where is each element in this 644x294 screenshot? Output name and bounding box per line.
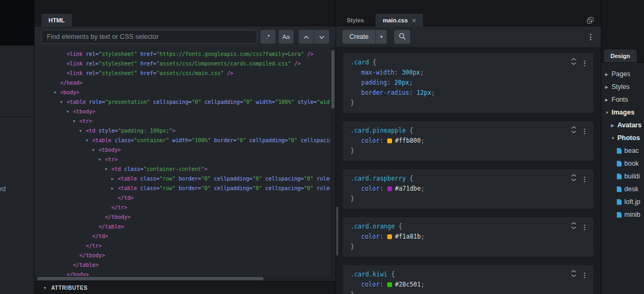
collapse-icon[interactable]: ▼: [73, 117, 79, 126]
close-icon[interactable]: ×: [412, 17, 417, 24]
tab-styles[interactable]: Styles: [339, 14, 371, 27]
expand-icon[interactable]: ▶: [605, 85, 612, 89]
tree-item-fonts[interactable]: ▶Fonts: [601, 93, 644, 106]
code-line[interactable]: ▼<tr>: [41, 155, 330, 165]
collapse-icon[interactable]: ▼: [611, 136, 617, 141]
code-line[interactable]: </tr>: [41, 203, 330, 213]
expand-icon[interactable]: ▶: [611, 123, 617, 128]
code-line[interactable]: </td>: [41, 232, 330, 241]
collapse-icon[interactable]: ▼: [92, 145, 99, 155]
code-line[interactable]: <link rel="stylesheet" href="assets/css/…: [41, 69, 330, 78]
code-horizontal-scrollbar[interactable]: [35, 276, 330, 281]
code-vertical-scrollbar[interactable]: [330, 47, 336, 281]
create-button[interactable]: Create: [343, 30, 376, 44]
match-case-button[interactable]: Aa: [279, 30, 294, 44]
tree-item-minib[interactable]: minib: [601, 208, 644, 221]
tab-main-css[interactable]: main.css ×: [376, 14, 423, 27]
reorder-icon[interactable]: [571, 58, 576, 68]
tree-item-book[interactable]: book: [601, 157, 644, 170]
regex-toggle-button[interactable]: .*: [260, 30, 275, 44]
css-rule-card[interactable]: .card.kiwi {color: #28c501;}⋮: [343, 265, 593, 294]
collapse-icon[interactable]: ▼: [79, 126, 86, 136]
property-value: 300px: [402, 69, 420, 76]
code-line[interactable]: <link rel="stylesheet" href="assets/css/…: [41, 59, 330, 69]
tree-item-images[interactable]: ▼Images: [601, 106, 644, 119]
expand-icon[interactable]: ▶: [111, 184, 118, 193]
code-line[interactable]: ▼<tbody>: [41, 145, 330, 155]
code-line[interactable]: ▼<table class="container" width="100%" b…: [41, 136, 330, 145]
expand-icon[interactable]: ▶: [605, 97, 612, 102]
attributes-section-header[interactable]: ▼ ATTRIBUTES: [35, 281, 336, 294]
code-line[interactable]: ▼<table role="presentation" cellspacing=…: [41, 97, 330, 107]
tree-item-buildi[interactable]: buildi: [601, 170, 644, 183]
code-line[interactable]: </tr>: [41, 241, 330, 251]
tree-item-beac[interactable]: beac: [601, 144, 644, 157]
tree-item-photos[interactable]: ▼Photos: [601, 132, 644, 144]
code-token: <table: [118, 174, 137, 184]
code-token: "0": [252, 184, 262, 193]
collapse-icon[interactable]: ▼: [99, 155, 105, 165]
reorder-icon[interactable]: [571, 174, 576, 184]
tab-html[interactable]: HTML: [42, 14, 72, 27]
find-next-button[interactable]: [314, 30, 329, 44]
collapse-icon[interactable]: ▼: [105, 165, 111, 174]
color-swatch[interactable]: [387, 234, 392, 239]
code-line[interactable]: ▼<tbody>: [41, 107, 330, 117]
code-line[interactable]: </head>: [41, 78, 330, 88]
search-styles-button[interactable]: [394, 30, 410, 44]
attributes-collapse-icon[interactable]: ▼: [43, 286, 47, 290]
code-line[interactable]: ▼<body>: [41, 88, 330, 97]
collapse-icon[interactable]: ▼: [67, 107, 73, 117]
tree-item-avatars[interactable]: ▶Avatars: [601, 119, 644, 132]
rule-menu-button[interactable]: ⋮: [581, 272, 588, 279]
tree-item-styles[interactable]: ▶Styles: [601, 80, 644, 93]
color-swatch[interactable]: [387, 282, 392, 287]
expand-icon[interactable]: ▶: [111, 174, 118, 184]
vertical-scrollbar-thumb[interactable]: [331, 50, 335, 109]
code-line[interactable]: </tbody>: [41, 251, 330, 260]
color-swatch[interactable]: [387, 138, 392, 143]
create-dropdown-button[interactable]: ▾: [376, 30, 387, 44]
code-line[interactable]: </tbody>: [41, 213, 330, 222]
code-line[interactable]: ▼<td style="padding: 100px;">: [41, 126, 330, 136]
rule-menu-button[interactable]: ⋮: [581, 224, 588, 231]
rule-menu-button[interactable]: ⋮: [581, 176, 588, 183]
code-line[interactable]: <link rel="stylesheet" href="https://fon…: [41, 50, 330, 59]
find-elements-input[interactable]: [41, 30, 257, 44]
collapse-icon[interactable]: ▼: [54, 88, 60, 97]
collapse-icon[interactable]: ▼: [86, 136, 92, 145]
styles-scrollbar-thumb[interactable]: [336, 207, 338, 256]
css-rule-card[interactable]: .card {max-width: 300px;padding: 20px;bo…: [343, 53, 593, 113]
tree-item-pages[interactable]: ▶Pages: [601, 68, 644, 80]
code-line[interactable]: </table>: [41, 222, 330, 232]
tree-item-desk[interactable]: desk: [601, 183, 644, 195]
reorder-icon[interactable]: [571, 270, 576, 280]
tree-item-loft-jp[interactable]: loft.jp: [601, 195, 644, 208]
find-previous-button[interactable]: [299, 30, 314, 44]
reorder-icon[interactable]: [571, 126, 576, 136]
code-line[interactable]: ▶<table class="row" border="0" cellpaddi…: [41, 174, 330, 184]
code-line[interactable]: ▼<td class="container-content">: [41, 165, 330, 174]
code-line[interactable]: ▶<table class="row" border="0" cellpaddi…: [41, 184, 330, 193]
collapse-icon[interactable]: ▼: [605, 110, 612, 115]
code-line[interactable]: </table>: [41, 260, 330, 270]
tree-item-label: beac: [624, 147, 639, 154]
rule-menu-button[interactable]: ⋮: [581, 128, 588, 135]
rule-property: color: #28c501;: [350, 280, 587, 290]
css-rule-card[interactable]: .card.orange {color: #f1a81b;}⋮: [343, 217, 593, 257]
rule-menu-button[interactable]: ⋮: [581, 60, 588, 67]
code-line[interactable]: </td>: [41, 193, 330, 203]
tab-design[interactable]: Design: [604, 50, 637, 62]
collapse-icon[interactable]: ▼: [60, 97, 67, 107]
css-rule-card[interactable]: .card.pineapple {color: #ffb800;}⋮: [343, 121, 593, 161]
expand-icon[interactable]: ▶: [605, 72, 612, 77]
horizontal-scrollbar-thumb[interactable]: [37, 277, 264, 280]
code-line[interactable]: ▼<tr>: [41, 117, 330, 126]
styles-menu-button[interactable]: ⋮: [587, 27, 594, 47]
code-token: "0": [192, 97, 201, 107]
dock-panel-button[interactable]: [587, 16, 593, 26]
css-rule-card[interactable]: .card.raspberry {color: #a71dbe;}⋮: [343, 169, 593, 209]
reorder-icon[interactable]: [571, 222, 576, 232]
color-swatch[interactable]: [387, 186, 392, 191]
styles-toolbar: Create ▾ ⋮: [336, 27, 601, 47]
